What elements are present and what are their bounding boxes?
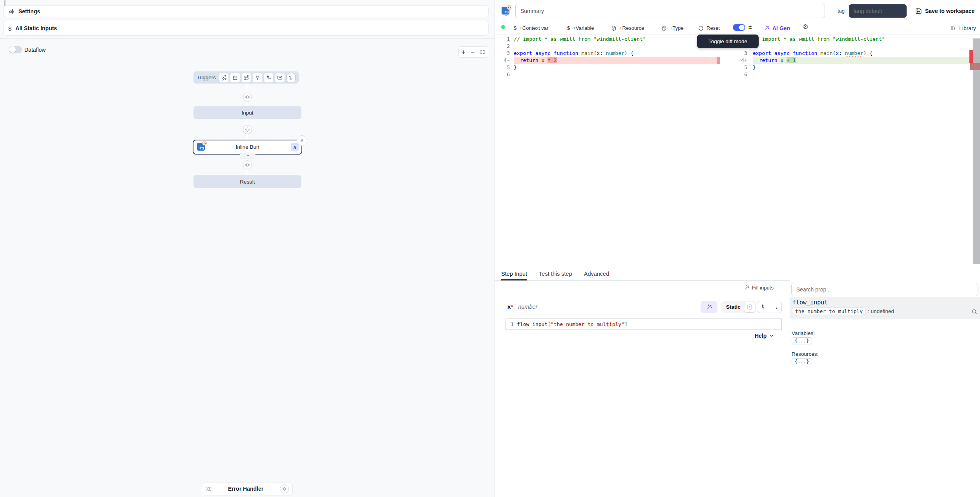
static-option[interactable]: Static xyxy=(726,304,741,310)
code-token: : xyxy=(600,50,606,56)
search-icon[interactable] xyxy=(971,309,977,315)
code-token: return xyxy=(520,57,538,63)
line-number: 1 xyxy=(495,36,510,43)
code-token: main xyxy=(820,50,832,56)
chevron-down-icon xyxy=(769,333,774,338)
ai-fill-button[interactable] xyxy=(701,301,717,313)
refresh-icon xyxy=(698,25,704,31)
line-number: 5 xyxy=(495,64,510,71)
expression-option[interactable] xyxy=(745,302,755,312)
library-icon xyxy=(951,25,956,31)
flow-input-prop[interactable]: flow_input the number to multiply : unde… xyxy=(790,297,980,319)
ai-gen-button[interactable]: AI Gen xyxy=(764,22,790,35)
plug-icon xyxy=(255,75,260,80)
plug-plus-icon xyxy=(266,75,271,80)
summary-input[interactable] xyxy=(515,4,825,18)
dollar-icon: $ xyxy=(8,25,11,32)
save-to-workspace-button[interactable]: Save to workspace xyxy=(915,5,975,16)
error-handler-node[interactable]: Error Handler xyxy=(202,482,293,495)
expression-code: flow_input["the number to multiply"] xyxy=(517,319,628,330)
code-diff-editor[interactable]: 1// import * as wmill from "windmill-cli… xyxy=(495,35,980,267)
code-token: return xyxy=(759,57,777,63)
diff-pane-original[interactable]: 1// import * as wmill from "windmill-cli… xyxy=(495,36,720,78)
search-prop-input[interactable] xyxy=(791,283,978,296)
arrow-right-button[interactable]: → xyxy=(772,304,778,310)
code-token: * xyxy=(547,57,554,63)
flow-input-node[interactable]: Input xyxy=(193,106,301,119)
code-token: flow_input xyxy=(517,321,547,327)
code-token: "the number to multiply" xyxy=(551,321,624,327)
add-context-var-button[interactable]: $+Context var xyxy=(514,22,548,35)
triggers-node[interactable]: Triggers xyxy=(193,71,299,84)
resources-object-pill[interactable]: {...} xyxy=(792,358,812,365)
reset-button[interactable]: Reset xyxy=(698,22,720,35)
email-trigger-button[interactable] xyxy=(275,73,284,82)
error-marker xyxy=(970,63,980,70)
route-icon xyxy=(244,75,249,80)
websocket-trigger-button[interactable] xyxy=(253,73,262,82)
code-token: x xyxy=(597,50,600,56)
add-variable-button[interactable]: $+Variable xyxy=(567,22,594,35)
expression-editor[interactable]: 1 flow_input["the number to multiply"] xyxy=(506,319,782,330)
postgres-trigger-button[interactable] xyxy=(264,73,273,82)
insert-step-button[interactable] xyxy=(243,93,252,102)
code-token: x xyxy=(836,50,839,56)
poll-trigger-button[interactable] xyxy=(287,73,296,82)
fill-inputs-button[interactable]: Fill inputs xyxy=(744,283,774,292)
code-token: : xyxy=(839,50,845,56)
gear-icon[interactable]: ⚙ xyxy=(803,23,808,31)
all-static-inputs-button[interactable]: $ All Static Inputs xyxy=(3,21,489,36)
diff-mode-toggle[interactable] xyxy=(733,24,745,31)
code-token xyxy=(532,50,535,56)
prop-value: : undefined xyxy=(868,308,894,314)
add-error-handler-button[interactable] xyxy=(280,484,289,493)
wand-icon xyxy=(764,25,770,31)
schedule-trigger-button[interactable] xyxy=(230,73,239,82)
line-number: 6 xyxy=(737,71,747,78)
add-resource-button[interactable]: +Resource xyxy=(611,22,644,35)
flow-result-node[interactable]: Result xyxy=(193,175,301,188)
tab-advanced[interactable]: Advanced xyxy=(584,267,610,280)
insert-step-button[interactable] xyxy=(243,160,252,169)
status-dot xyxy=(501,25,505,29)
plus-minus-label[interactable]: ± xyxy=(748,23,752,30)
add-type-button[interactable]: +Type xyxy=(661,22,684,35)
tab-test-this-step[interactable]: Test this step xyxy=(539,267,572,280)
library-button[interactable]: Library xyxy=(951,22,976,35)
code-line: 3export async function main(x: number) { xyxy=(737,50,980,57)
plug-connect-button[interactable] xyxy=(760,304,766,310)
code-token xyxy=(753,57,759,63)
input-field-row: x* number xyxy=(507,303,537,310)
http-route-trigger-button[interactable] xyxy=(242,73,251,82)
code-token: main xyxy=(581,50,593,56)
code-content xyxy=(514,43,720,50)
zoom-in-button[interactable]: + xyxy=(462,49,465,55)
insert-step-button[interactable] xyxy=(243,125,252,134)
error-marker xyxy=(969,50,973,63)
help-button[interactable]: Help xyxy=(755,333,774,339)
webhook-trigger-button[interactable] xyxy=(219,73,228,82)
remove-step-button[interactable]: × xyxy=(297,135,307,146)
code-line: 4− return x * 2 xyxy=(495,57,720,64)
tag-input[interactable] xyxy=(849,4,907,18)
sliders-icon xyxy=(8,8,15,15)
code-token: function xyxy=(793,50,818,56)
editor-scrollbar[interactable] xyxy=(973,38,980,264)
code-token: ) { xyxy=(624,50,633,56)
code-content xyxy=(753,43,980,50)
static-expr-segmented-control[interactable]: Static xyxy=(721,301,756,313)
zoom-out-button[interactable]: − xyxy=(471,49,474,55)
settings-button[interactable]: Settings xyxy=(3,5,489,17)
bun-logo-icon xyxy=(507,5,511,10)
fullscreen-button[interactable] xyxy=(480,49,485,55)
variables-object-pill[interactable]: {...} xyxy=(792,337,812,344)
diff-pane-modified[interactable]: 1// import * as wmill from "windmill-cli… xyxy=(737,36,980,78)
code-line: 5} xyxy=(737,64,980,71)
calendar-icon xyxy=(232,75,238,80)
code-token: number xyxy=(845,50,863,56)
collapse-step-button[interactable] xyxy=(240,153,255,158)
dataflow-toggle[interactable] xyxy=(9,46,22,53)
tab-step-input[interactable]: Step Input xyxy=(501,267,527,280)
code-token: [ xyxy=(547,321,551,327)
code-token: async xyxy=(774,50,790,56)
